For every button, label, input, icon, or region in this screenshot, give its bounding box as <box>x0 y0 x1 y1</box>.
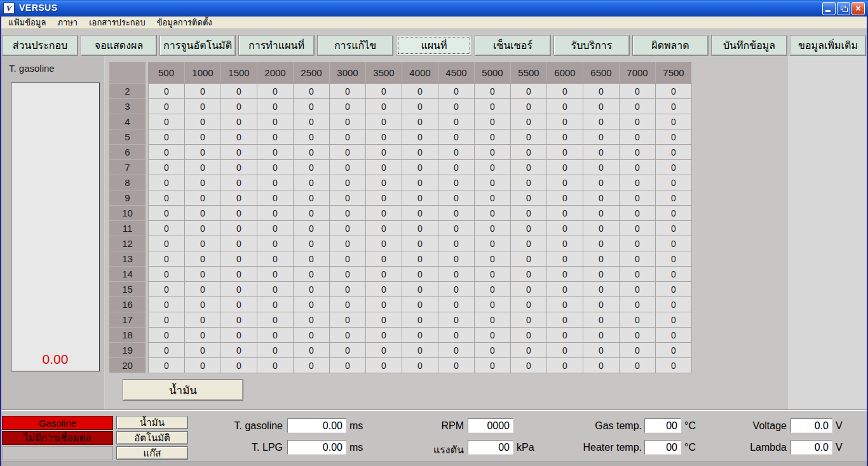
map-cell[interactable]: 0 <box>511 160 547 175</box>
map-cell[interactable]: 0 <box>149 114 185 130</box>
map-cell[interactable]: 0 <box>475 84 511 99</box>
map-cell[interactable]: 0 <box>438 343 475 358</box>
map-cell[interactable]: 0 <box>511 84 547 99</box>
map-cell[interactable]: 0 <box>547 130 583 145</box>
map-cell[interactable]: 0 <box>438 99 475 114</box>
map-cell[interactable]: 0 <box>547 236 583 251</box>
map-cell[interactable]: 0 <box>547 206 583 221</box>
map-cell[interactable]: 0 <box>511 145 547 160</box>
map-cell[interactable]: 0 <box>221 175 257 190</box>
map-cell[interactable]: 0 <box>294 190 330 206</box>
map-cell[interactable]: 0 <box>221 328 257 343</box>
map-cell[interactable]: 0 <box>185 84 221 99</box>
map-cell[interactable]: 0 <box>438 190 475 206</box>
map-cell[interactable]: 0 <box>294 251 330 267</box>
map-cell[interactable]: 0 <box>656 282 692 297</box>
map-cell[interactable]: 0 <box>185 145 221 160</box>
map-cell[interactable]: 0 <box>185 160 221 175</box>
map-cell[interactable]: 0 <box>257 328 294 343</box>
map-cell[interactable]: 0 <box>257 99 294 114</box>
map-cell[interactable]: 0 <box>475 358 511 373</box>
map-cell[interactable]: 0 <box>221 267 257 282</box>
map-cell[interactable]: 0 <box>221 130 257 145</box>
map-cell[interactable]: 0 <box>294 267 330 282</box>
map-cell[interactable]: 0 <box>294 282 330 297</box>
map-cell[interactable]: 0 <box>294 297 330 312</box>
map-cell[interactable]: 0 <box>511 343 547 358</box>
map-cell[interactable]: 0 <box>620 282 656 297</box>
map-cell[interactable]: 0 <box>221 282 257 297</box>
map-cell[interactable]: 0 <box>583 160 620 175</box>
map-cell[interactable]: 0 <box>511 236 547 251</box>
map-cell[interactable]: 0 <box>511 282 547 297</box>
map-cell[interactable]: 0 <box>366 130 402 145</box>
map-cell[interactable]: 0 <box>620 328 656 343</box>
map-cell[interactable]: 0 <box>475 282 511 297</box>
map-cell[interactable]: 0 <box>547 190 583 206</box>
map-cell[interactable]: 0 <box>475 206 511 221</box>
map-cell[interactable]: 0 <box>366 206 402 221</box>
map-cell[interactable]: 0 <box>330 343 366 358</box>
map-cell[interactable]: 0 <box>511 190 547 206</box>
map-cell[interactable]: 0 <box>366 236 402 251</box>
map-cell[interactable]: 0 <box>402 343 438 358</box>
tab-6[interactable]: เซ็นเซอร์ <box>475 35 551 56</box>
map-cell[interactable]: 0 <box>583 114 620 130</box>
map-cell[interactable]: 0 <box>294 145 330 160</box>
map-cell[interactable]: 0 <box>583 343 620 358</box>
map-cell[interactable]: 0 <box>402 84 438 99</box>
map-cell[interactable]: 0 <box>511 221 547 236</box>
map-cell[interactable]: 0 <box>475 175 511 190</box>
map-cell[interactable]: 0 <box>438 175 475 190</box>
map-cell[interactable]: 0 <box>438 267 475 282</box>
map-cell[interactable]: 0 <box>330 114 366 130</box>
map-cell[interactable]: 0 <box>511 267 547 282</box>
map-cell[interactable]: 0 <box>149 312 185 328</box>
map-cell[interactable]: 0 <box>547 343 583 358</box>
map-cell[interactable]: 0 <box>330 206 366 221</box>
map-cell[interactable]: 0 <box>656 236 692 251</box>
map-cell[interactable]: 0 <box>583 190 620 206</box>
map-cell[interactable]: 0 <box>547 99 583 114</box>
map-cell[interactable]: 0 <box>656 267 692 282</box>
map-cell[interactable]: 0 <box>149 99 185 114</box>
map-cell[interactable]: 0 <box>656 114 692 130</box>
map-cell[interactable]: 0 <box>330 84 366 99</box>
map-cell[interactable]: 0 <box>583 267 620 282</box>
map-cell[interactable]: 0 <box>583 221 620 236</box>
map-cell[interactable]: 0 <box>547 312 583 328</box>
map-cell[interactable]: 0 <box>547 160 583 175</box>
map-cell[interactable]: 0 <box>294 175 330 190</box>
map-cell[interactable]: 0 <box>511 312 547 328</box>
map-cell[interactable]: 0 <box>294 160 330 175</box>
map-cell[interactable]: 0 <box>656 297 692 312</box>
tab-0[interactable]: ส่วนประกอบ <box>2 35 78 56</box>
map-cell[interactable]: 0 <box>620 175 656 190</box>
map-cell[interactable]: 0 <box>185 312 221 328</box>
map-cell[interactable]: 0 <box>475 145 511 160</box>
tab-1[interactable]: จอแสดงผล <box>81 35 157 56</box>
map-cell[interactable]: 0 <box>656 84 692 99</box>
map-cell[interactable]: 0 <box>149 175 185 190</box>
map-cell[interactable]: 0 <box>656 343 692 358</box>
map-cell[interactable]: 0 <box>149 297 185 312</box>
map-cell[interactable]: 0 <box>475 130 511 145</box>
map-cell[interactable]: 0 <box>294 221 330 236</box>
map-cell[interactable]: 0 <box>583 282 620 297</box>
map-cell[interactable]: 0 <box>475 114 511 130</box>
map-cell[interactable]: 0 <box>620 236 656 251</box>
map-cell[interactable]: 0 <box>511 297 547 312</box>
map-cell[interactable]: 0 <box>438 160 475 175</box>
map-cell[interactable]: 0 <box>656 99 692 114</box>
map-cell[interactable]: 0 <box>221 206 257 221</box>
map-cell[interactable]: 0 <box>330 160 366 175</box>
voltage-input[interactable] <box>790 418 832 433</box>
map-cell[interactable]: 0 <box>620 130 656 145</box>
map-cell[interactable]: 0 <box>547 221 583 236</box>
map-cell[interactable]: 0 <box>221 160 257 175</box>
map-cell[interactable]: 0 <box>149 221 185 236</box>
map-cell[interactable]: 0 <box>185 190 221 206</box>
map-cell[interactable]: 0 <box>656 328 692 343</box>
map-cell[interactable]: 0 <box>620 297 656 312</box>
map-cell[interactable]: 0 <box>547 267 583 282</box>
